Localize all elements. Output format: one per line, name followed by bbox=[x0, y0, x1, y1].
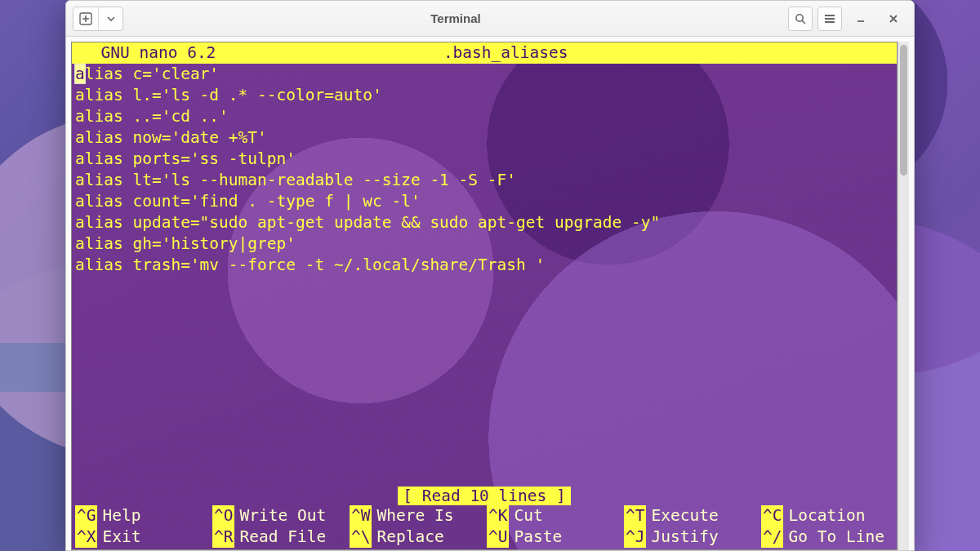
editor-line: alias ..='cd ..' bbox=[75, 106, 897, 127]
editor-line: alias trash='mv --force -t ~/.local/shar… bbox=[75, 255, 897, 276]
editor-line: alias gh='history|grep' bbox=[75, 233, 897, 255]
shortcut-label: Write Out bbox=[239, 505, 326, 527]
minimize-button[interactable] bbox=[847, 7, 875, 31]
nano-status-text: [ Read 10 lines ] bbox=[398, 487, 571, 505]
shortcut-key: ^R bbox=[212, 527, 234, 548]
nano-shortcut-bar: ^GHelp^OWrite Out^WWhere Is^KCut^TExecut… bbox=[72, 505, 897, 549]
close-button[interactable] bbox=[880, 7, 907, 31]
nano-shortcut: ^RRead File bbox=[212, 527, 350, 548]
menu-icon bbox=[823, 12, 836, 25]
text-cursor: a bbox=[75, 64, 85, 83]
editor-line: alias count='find . -type f | wc -l' bbox=[75, 191, 897, 212]
editor-line: alias update="sudo apt-get update && sud… bbox=[75, 212, 897, 233]
shortcut-label: Read File bbox=[239, 527, 326, 548]
editor-line: alias c='clear' bbox=[75, 64, 897, 85]
nano-shortcut: ^CLocation bbox=[761, 505, 898, 527]
scrollbar-thumb[interactable] bbox=[900, 45, 907, 176]
window-title: Terminal bbox=[128, 11, 783, 25]
shortcut-label: Execute bbox=[651, 505, 718, 527]
shortcut-label: Location bbox=[788, 505, 865, 527]
window-titlebar: Terminal bbox=[66, 1, 914, 37]
nano-shortcut: ^JJustify bbox=[624, 527, 761, 548]
shortcut-key: ^O bbox=[212, 505, 234, 527]
new-tab-dropdown-icon[interactable] bbox=[98, 7, 122, 30]
nano-shortcut: ^WWhere Is bbox=[350, 505, 487, 527]
editor-line: alias ports='ss -tulpn' bbox=[75, 149, 897, 170]
nano-status-bar: [ Read 10 lines ] bbox=[72, 486, 897, 507]
search-icon bbox=[794, 12, 807, 25]
close-icon bbox=[888, 13, 899, 24]
shortcut-key: ^X bbox=[75, 527, 97, 548]
nano-shortcut: ^GHelp bbox=[75, 505, 212, 527]
shortcut-key: ^G bbox=[75, 505, 97, 527]
shortcut-key: ^\ bbox=[350, 527, 372, 548]
shortcut-key: ^J bbox=[624, 527, 646, 548]
nano-shortcut: ^UPaste bbox=[487, 527, 624, 548]
new-tab-split-button[interactable] bbox=[73, 7, 123, 31]
nano-title-bar: GNU nano 6.2 .bash_aliases bbox=[72, 42, 897, 64]
terminal-viewport[interactable]: GNU nano 6.2 .bash_aliases alias c='clea… bbox=[71, 42, 898, 550]
shortcut-label: Replace bbox=[376, 527, 443, 548]
nano-editor-area[interactable]: alias c='clear'alias l.='ls -d .* --colo… bbox=[72, 64, 897, 276]
nano-shortcut: ^OWrite Out bbox=[212, 505, 350, 527]
shortcut-key: ^C bbox=[761, 505, 783, 527]
shortcut-key: ^W bbox=[350, 505, 372, 527]
minimize-icon bbox=[855, 13, 866, 24]
editor-line: alias lt='ls --human-readable --size -1 … bbox=[75, 170, 897, 191]
svg-point-1 bbox=[796, 14, 803, 20]
vertical-scrollbar[interactable] bbox=[898, 42, 909, 550]
editor-line: alias l.='ls -d .* --color=auto' bbox=[75, 85, 897, 106]
nano-filename: .bash_aliases bbox=[118, 42, 893, 64]
shortcut-key: ^K bbox=[487, 505, 509, 527]
nano-shortcut: ^TExecute bbox=[624, 505, 761, 527]
nano-shortcut: ^XExit bbox=[75, 527, 212, 548]
nano-shortcut: ^/Go To Line bbox=[761, 527, 898, 548]
search-button[interactable] bbox=[788, 7, 813, 31]
hamburger-menu-button[interactable] bbox=[817, 7, 842, 31]
shortcut-key: ^U bbox=[487, 527, 509, 548]
shortcut-label: Help bbox=[102, 505, 140, 527]
nano-shortcut: ^KCut bbox=[487, 505, 624, 527]
shortcut-label: Cut bbox=[514, 505, 542, 527]
shortcut-label: Paste bbox=[514, 527, 562, 548]
nano-shortcut: ^\Replace bbox=[350, 527, 487, 548]
editor-line: alias now='date +%T' bbox=[75, 127, 897, 149]
shortcut-label: Where Is bbox=[376, 505, 453, 527]
shortcut-label: Exit bbox=[102, 527, 140, 548]
terminal-window: Terminal bbox=[65, 0, 915, 551]
shortcut-key: ^/ bbox=[761, 527, 783, 548]
shortcut-label: Go To Line bbox=[788, 527, 884, 548]
shortcut-label: Justify bbox=[651, 527, 718, 548]
new-tab-icon[interactable] bbox=[74, 7, 98, 30]
shortcut-key: ^T bbox=[624, 505, 646, 527]
